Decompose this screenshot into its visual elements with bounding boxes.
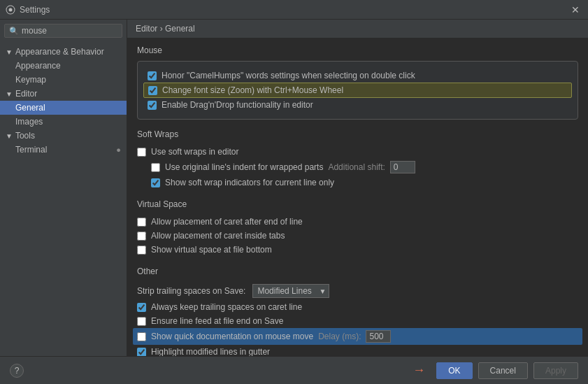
strip-dropdown[interactable]: None Leading All Modified Lines	[252, 284, 329, 298]
ok-button[interactable]: OK	[436, 362, 472, 379]
strip-label: Strip trailing spaces on Save:	[137, 286, 245, 296]
title-bar: Settings ✕	[0, 0, 588, 20]
terminal-label: Terminal	[15, 145, 47, 155]
mouse-item-1: Honor "CamelHumps" words settings when s…	[148, 69, 568, 83]
other-checkbox-1[interactable]	[137, 303, 146, 312]
title-bar-left: Settings	[6, 5, 50, 15]
keymap-label: Keymap	[15, 75, 46, 85]
content-scroll: Mouse Honor "CamelHumps" words settings …	[127, 38, 588, 356]
soft-wrap-label-1: Use soft wraps in editor	[151, 147, 238, 157]
tree: ▼ Appearance & Behavior Appearance Keyma…	[0, 42, 127, 356]
other-title: Other	[137, 266, 578, 276]
additional-shift-input[interactable]	[390, 161, 415, 173]
mouse-label-2: Change font size (Zoom) with Ctrl+Mouse …	[162, 85, 343, 95]
soft-wrap-1: Use soft wraps in editor	[137, 145, 578, 159]
breadcrumb: Editor › General	[127, 20, 588, 38]
terminal-badge: ●	[116, 145, 121, 154]
mouse-section-box: Honor "CamelHumps" words settings when s…	[137, 61, 578, 120]
virtual-space-label-2: Allow placement of caret inside tabs	[151, 231, 285, 241]
arrow-indicator: →	[413, 363, 425, 378]
search-box[interactable]: 🔍 ✕	[4, 24, 122, 38]
content-area: Editor › General Mouse Honor "CamelHumps…	[127, 20, 588, 356]
settings-icon	[6, 5, 15, 15]
expand-arrow-tools-icon: ▼	[6, 132, 13, 140]
other-item-4: Highlight modified lines in gutter	[137, 345, 578, 356]
tree-group-tools[interactable]: ▼ Tools	[0, 129, 127, 143]
virtual-space-checkbox-3[interactable]	[137, 246, 146, 255]
appearance-behavior-label: Appearance & Behavior	[15, 47, 104, 57]
help-button[interactable]: ?	[10, 364, 24, 378]
mouse-item-3: Enable Drag'n'Drop functionality in edit…	[148, 98, 568, 112]
close-button[interactable]: ✕	[568, 3, 582, 16]
expand-arrow-editor-icon: ▼	[6, 90, 13, 98]
main-content: 🔍 ✕ ▼ Appearance & Behavior Appearance K…	[0, 20, 588, 356]
mouse-checkbox-2[interactable]	[148, 86, 157, 95]
virtual-space-label-1: Allow placement of caret after end of li…	[151, 217, 303, 227]
soft-wrap-label-2: Use original line's indent for wrapped p…	[165, 162, 323, 172]
other-label-1: Always keep trailing spaces on caret lin…	[151, 302, 302, 312]
other-label-4: Highlight modified lines in gutter	[151, 347, 270, 356]
soft-wrap-3: Show soft wrap indicators for current li…	[137, 176, 578, 190]
sidebar-item-images[interactable]: Images	[0, 115, 127, 129]
sidebar-item-general[interactable]: General	[0, 101, 127, 115]
delay-input[interactable]	[366, 330, 391, 343]
virtual-space-label-3: Show virtual space at file bottom	[151, 245, 272, 255]
mouse-item-2: Change font size (Zoom) with Ctrl+Mouse …	[143, 83, 572, 98]
soft-wraps-section: Soft Wraps Use soft wraps in editor Use …	[137, 129, 578, 190]
virtual-space-section: Virtual Space Allow placement of caret a…	[137, 199, 578, 257]
other-section: Other Strip trailing spaces on Save: Non…	[137, 266, 578, 356]
virtual-space-checkbox-1[interactable]	[137, 218, 146, 227]
virtual-space-title: Virtual Space	[137, 199, 578, 209]
apply-button[interactable]: Apply	[533, 362, 578, 379]
mouse-label-3: Enable Drag'n'Drop functionality in edit…	[162, 100, 313, 110]
virtual-space-2: Allow placement of caret inside tabs	[137, 229, 578, 243]
mouse-checkbox-3[interactable]	[148, 101, 157, 110]
sidebar-item-terminal[interactable]: Terminal ●	[0, 143, 127, 157]
other-checkbox-3[interactable]	[137, 332, 146, 341]
soft-wraps-title: Soft Wraps	[137, 129, 578, 139]
other-checkbox-4[interactable]	[137, 348, 146, 357]
window-title: Settings	[20, 5, 50, 15]
mouse-checkbox-1[interactable]	[148, 71, 157, 80]
expand-arrow-icon: ▼	[6, 48, 13, 56]
footer-left: ?	[10, 364, 24, 378]
other-checkbox-2[interactable]	[137, 317, 146, 326]
tree-group-editor[interactable]: ▼ Editor	[0, 87, 127, 101]
virtual-space-1: Allow placement of caret after end of li…	[137, 215, 578, 229]
other-item-1: Always keep trailing spaces on caret lin…	[137, 300, 578, 314]
mouse-section: Mouse Honor "CamelHumps" words settings …	[137, 45, 578, 120]
sidebar-item-appearance[interactable]: Appearance	[0, 59, 127, 73]
delay-label: Delay (ms):	[318, 332, 361, 341]
svg-point-0	[9, 8, 13, 11]
tools-label: Tools	[15, 131, 35, 141]
soft-wrap-checkbox-3[interactable]	[151, 178, 160, 187]
mouse-label-1: Honor "CamelHumps" words settings when s…	[162, 71, 415, 80]
tree-group-appearance-behavior[interactable]: ▼ Appearance & Behavior	[0, 45, 127, 59]
soft-wrap-checkbox-1[interactable]	[137, 148, 146, 157]
editor-label: Editor	[15, 89, 37, 99]
other-item-3: Show quick documentation on mouse move D…	[133, 328, 582, 345]
footer-right: → OK Cancel Apply	[413, 362, 578, 379]
other-label-2: Ensure line feed at file end on Save	[151, 316, 283, 326]
mouse-section-title: Mouse	[137, 45, 578, 55]
other-label-3: Show quick documentation on mouse move	[151, 332, 313, 341]
general-label: General	[15, 103, 45, 113]
soft-wrap-checkbox-2[interactable]	[151, 163, 160, 172]
images-label: Images	[15, 117, 43, 127]
search-icon: 🔍	[9, 27, 19, 36]
cancel-button[interactable]: Cancel	[478, 362, 528, 379]
search-input[interactable]	[22, 26, 127, 36]
appearance-label: Appearance	[15, 61, 61, 71]
sidebar: 🔍 ✕ ▼ Appearance & Behavior Appearance K…	[0, 20, 127, 356]
strip-trailing-row: Strip trailing spaces on Save: None Lead…	[137, 282, 578, 300]
virtual-space-3: Show virtual space at file bottom	[137, 243, 578, 257]
soft-wrap-2: Use original line's indent for wrapped p…	[137, 159, 578, 176]
sidebar-item-keymap[interactable]: Keymap	[0, 73, 127, 87]
other-item-2: Ensure line feed at file end on Save	[137, 314, 578, 328]
virtual-space-checkbox-2[interactable]	[137, 232, 146, 241]
soft-wrap-label-3: Show soft wrap indicators for current li…	[165, 178, 334, 187]
additional-shift-label: Additional shift:	[328, 162, 385, 172]
footer: ? → OK Cancel Apply	[0, 356, 588, 384]
strip-dropdown-wrapper: None Leading All Modified Lines ▼	[252, 284, 329, 298]
